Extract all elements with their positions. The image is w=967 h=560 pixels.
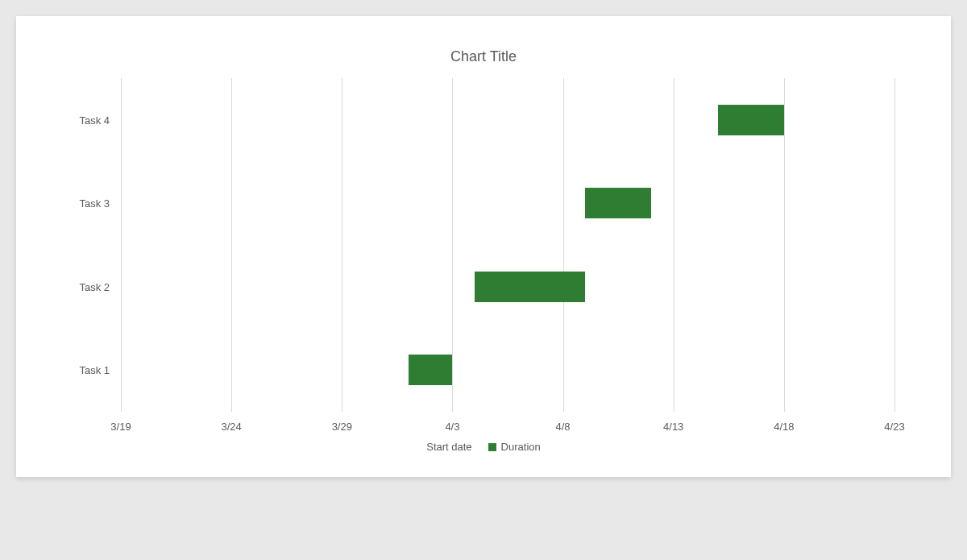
y-tick-label: Task 4 [79,114,121,126]
gantt-bar [718,105,784,135]
legend-label: Duration [501,441,541,453]
legend-item-duration: Duration [488,441,541,453]
y-tick-label: Task 3 [79,197,121,209]
y-tick-label: Task 2 [79,280,121,292]
x-tick-label: 4/13 [663,421,683,433]
x-tick-label: 4/23 [884,421,904,433]
chart-card: Chart Title 3/193/243/294/34/84/134/184/… [16,16,951,477]
gridline [784,78,785,412]
legend-label: Start date [426,441,471,453]
gantt-bar [475,272,585,302]
gridline [894,78,895,412]
x-tick-label: 3/29 [332,421,352,433]
gantt-bar [585,188,651,218]
gridline [452,78,453,412]
gridline [231,78,232,412]
legend-swatch-icon [488,443,496,451]
x-tick-label: 3/24 [221,421,241,433]
legend-item-start-date: Start date [426,441,471,453]
x-tick-label: 4/3 [445,421,459,433]
x-tick-label: 3/19 [110,421,131,433]
x-tick-label: 4/8 [556,421,571,433]
y-tick-label: Task 1 [79,364,121,376]
gridline [563,78,564,412]
legend: Start date Duration [64,441,903,453]
plot-area: 3/193/243/294/34/84/134/184/23Task 4Task… [121,78,894,433]
x-tick-label: 4/18 [774,421,794,433]
gridline [121,78,122,412]
gridline [674,78,674,412]
gantt-bar [409,355,453,385]
chart-title: Chart Title [64,48,903,65]
gridline [342,78,342,412]
